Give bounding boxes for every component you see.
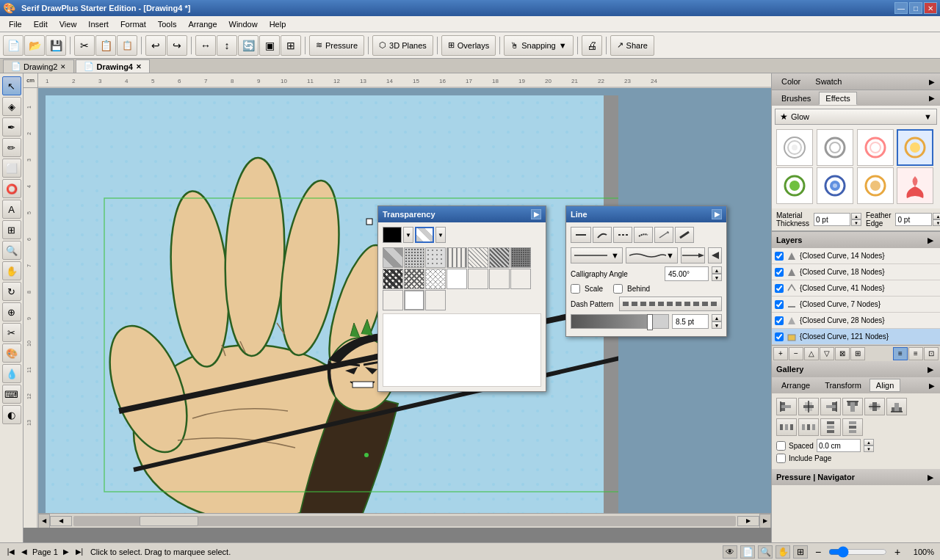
pencil-tool[interactable]: ✏ bbox=[2, 138, 21, 157]
layer-view3-button[interactable]: ⊡ bbox=[924, 347, 939, 360]
layer-2-visible[interactable] bbox=[775, 268, 784, 277]
layers-expand-button[interactable]: ▶ bbox=[925, 235, 936, 245]
flip-v-button[interactable]: ↕ bbox=[217, 35, 237, 56]
pattern-5[interactable] bbox=[468, 247, 488, 268]
transform-tool[interactable]: ⊕ bbox=[2, 302, 21, 321]
pattern-blank3[interactable] bbox=[489, 269, 510, 289]
layer-1-visible[interactable] bbox=[775, 252, 784, 261]
eyedropper-tool[interactable]: 💧 bbox=[2, 364, 21, 383]
behind-checkbox[interactable] bbox=[613, 284, 623, 294]
first-page-button[interactable]: |◀ bbox=[6, 547, 16, 557]
layer-3-visible[interactable] bbox=[775, 284, 784, 293]
feather-edge-input[interactable]: 0 pt bbox=[895, 213, 932, 226]
layer-5-visible[interactable] bbox=[775, 316, 784, 325]
layer-view1-button[interactable]: ≡ bbox=[893, 347, 908, 360]
fill-tool[interactable]: 🎨 bbox=[2, 343, 21, 363]
line-dialog-title[interactable]: Line ▶ bbox=[566, 206, 726, 222]
tab-drawing4-close[interactable]: ✕ bbox=[136, 63, 142, 70]
thickness-thumb[interactable] bbox=[647, 314, 653, 330]
close-button[interactable]: ✕ bbox=[924, 2, 937, 14]
3dplanes-button[interactable]: ⬡ 3D Planes bbox=[372, 35, 433, 56]
glow-icon-3[interactable] bbox=[857, 129, 894, 166]
distribute-h-button[interactable] bbox=[776, 418, 797, 436]
prev-page-button[interactable]: ◀ bbox=[19, 547, 29, 557]
distribute-h2-button[interactable] bbox=[798, 418, 819, 436]
open-button[interactable]: 📂 bbox=[24, 35, 45, 56]
zoom-button[interactable]: 🔍 bbox=[758, 545, 773, 559]
pen-tool[interactable]: ✒ bbox=[2, 117, 21, 137]
layer-item-2[interactable]: {Closed Curve, 18 Nodes} bbox=[772, 264, 940, 280]
canvas-content[interactable]: ◀ ◀ ▶ ▶ Transparency ▶ ▼ bbox=[38, 88, 771, 528]
minimize-button[interactable]: — bbox=[894, 2, 908, 14]
layer-up-button[interactable]: △ bbox=[804, 347, 819, 360]
ungroup-button[interactable]: ⊞ bbox=[281, 35, 301, 56]
line-brush-button[interactable] bbox=[593, 227, 612, 243]
thickness-slider[interactable] bbox=[571, 314, 669, 329]
layer-view2-button[interactable]: ≡ bbox=[908, 347, 923, 360]
thickness-value[interactable]: 8.5 pt bbox=[672, 314, 709, 329]
glow-icon-5[interactable] bbox=[776, 167, 813, 204]
line-end-style-dropdown[interactable]: ▼ bbox=[571, 247, 623, 263]
pattern-8[interactable] bbox=[383, 269, 403, 289]
layer-item-6[interactable]: {Closed Curve, 121 Nodes} bbox=[772, 329, 940, 345]
page-button[interactable]: 📄 bbox=[740, 545, 755, 559]
distribute-v2-button[interactable] bbox=[842, 418, 863, 436]
thickness-up[interactable]: ▲ bbox=[851, 213, 861, 219]
tab-effects[interactable]: Effects bbox=[819, 92, 856, 105]
pattern-2[interactable] bbox=[404, 247, 424, 268]
pattern-blank1[interactable] bbox=[446, 269, 467, 289]
line-pen-button[interactable] bbox=[654, 227, 673, 243]
menu-file[interactable]: File bbox=[3, 18, 28, 30]
layer-item-3[interactable]: {Closed Curve, 41 Nodes} bbox=[772, 280, 940, 297]
layer-down-button[interactable]: ▽ bbox=[820, 347, 834, 360]
layer-6-visible[interactable] bbox=[775, 332, 784, 341]
tab-swatch[interactable]: Swatch bbox=[809, 75, 848, 88]
snapping-button[interactable]: 🖱 Snapping ▼ bbox=[504, 35, 573, 56]
menu-arrange[interactable]: Arrange bbox=[182, 18, 223, 30]
layers-header[interactable]: Layers ▶ bbox=[772, 232, 940, 248]
shape-tool[interactable]: ⬜ bbox=[2, 159, 21, 178]
select-tool[interactable]: ↖ bbox=[2, 76, 21, 95]
layer-delete-button[interactable]: − bbox=[789, 347, 803, 360]
share-button[interactable]: ↗ Share bbox=[610, 35, 654, 56]
line-calligraphy-button[interactable] bbox=[675, 227, 694, 243]
line-brush2-button[interactable] bbox=[634, 227, 653, 243]
text-tool[interactable]: A bbox=[2, 200, 21, 219]
pressure-button[interactable]: ≋ Pressure bbox=[309, 35, 364, 56]
trans-swatch-dropdown[interactable]: ▼ bbox=[403, 227, 413, 243]
layer-item-1[interactable]: {Closed Curve, 14 Nodes} bbox=[772, 248, 940, 264]
glow-icon-7[interactable] bbox=[857, 167, 894, 204]
tab-align[interactable]: Align bbox=[870, 379, 900, 392]
angle-up-button[interactable]: ▲ bbox=[712, 266, 722, 274]
transparency-tool[interactable]: ◐ bbox=[2, 405, 21, 424]
glow-icon-8[interactable] bbox=[897, 167, 933, 204]
menu-edit[interactable]: Edit bbox=[28, 18, 54, 30]
zoom-in-button[interactable]: + bbox=[890, 545, 905, 559]
thickness-down-button[interactable]: ▼ bbox=[712, 321, 722, 329]
line-close-button[interactable]: ▶ bbox=[712, 209, 722, 219]
layer-add-button[interactable]: + bbox=[773, 347, 788, 360]
transparency-close-button[interactable]: ▶ bbox=[531, 209, 541, 219]
pressure-navigator-bar[interactable]: Pressure | Navigator ▶ bbox=[772, 469, 940, 485]
panel-expand-button[interactable]: ▶ bbox=[927, 76, 937, 87]
new-button[interactable]: 📄 bbox=[3, 35, 24, 56]
pattern-blank4[interactable] bbox=[510, 269, 531, 289]
arrange-expand-button[interactable]: ▶ bbox=[927, 380, 937, 390]
pattern-9[interactable] bbox=[404, 269, 424, 289]
thickness-down[interactable]: ▼ bbox=[851, 219, 861, 226]
trans-black-swatch[interactable] bbox=[383, 227, 402, 243]
spaced-checkbox[interactable] bbox=[776, 441, 786, 451]
feather-up[interactable]: ▲ bbox=[933, 213, 940, 219]
align-center-v-button[interactable] bbox=[864, 398, 885, 415]
angle-down-button[interactable]: ▼ bbox=[712, 274, 722, 281]
layer-item-5[interactable]: {Closed Curve, 28 Nodes} bbox=[772, 313, 940, 329]
spaced-up[interactable]: ▲ bbox=[864, 439, 874, 446]
tab-drawing4[interactable]: 📄 Drawing4 ✕ bbox=[76, 59, 150, 73]
rotate-button[interactable]: 🔄 bbox=[238, 35, 258, 56]
h-scroll-thumb[interactable] bbox=[140, 516, 198, 526]
save-button[interactable]: 💾 bbox=[46, 35, 66, 56]
calligraphy-angle-spinner[interactable]: ▲ ▼ bbox=[712, 266, 722, 281]
pan-tool[interactable]: ✋ bbox=[2, 261, 21, 280]
tab-drawing2[interactable]: 📄 Drawing2 ✕ bbox=[3, 59, 74, 73]
page-next-button[interactable]: ▶ bbox=[737, 516, 759, 526]
